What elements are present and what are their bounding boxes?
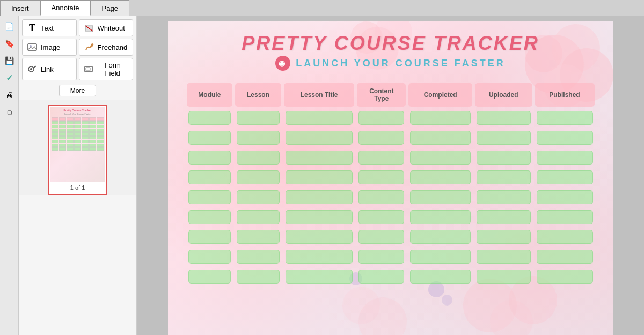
main-area: 📄 🔖 💾 ✓ 🖨 ▢ T Text Whiteout Image xyxy=(0,16,644,335)
table-cell xyxy=(187,109,233,126)
left-tools-panel: T Text Whiteout Image Freehand xyxy=(19,16,137,335)
cell-box xyxy=(237,210,280,224)
cell-box xyxy=(477,131,531,145)
cell-box xyxy=(537,210,593,224)
cell-box xyxy=(188,250,231,264)
cell-box xyxy=(410,250,471,264)
cell-box xyxy=(537,151,593,165)
col-uploaded: Uploaded xyxy=(475,83,532,107)
table-cell xyxy=(408,169,472,186)
cell-box xyxy=(188,170,231,184)
formfield-tool-button[interactable]: Form Field xyxy=(79,58,134,80)
cell-box xyxy=(537,111,593,125)
cell-box xyxy=(358,210,404,224)
freehand-icon xyxy=(84,42,94,53)
text-tool-button[interactable]: T Text xyxy=(22,19,77,36)
table-cell xyxy=(235,109,281,126)
subtitle-text: LAUNCH YOUR COURSE FASTER xyxy=(296,58,506,69)
more-label: More xyxy=(70,87,85,94)
cell-box xyxy=(237,111,280,125)
cell-box xyxy=(358,111,404,125)
cell-box xyxy=(286,270,353,284)
cell-box xyxy=(237,131,280,145)
cell-box xyxy=(286,170,353,184)
link-tool-button[interactable]: Link xyxy=(22,58,77,80)
toolbar-grid: T Text Whiteout Image Freehand xyxy=(19,16,136,84)
cell-box xyxy=(237,230,280,244)
cell-box xyxy=(477,230,531,244)
whiteout-tool-button[interactable]: Whiteout xyxy=(79,19,134,36)
image-tool-button[interactable]: Image xyxy=(22,39,77,56)
col-published: Published xyxy=(535,83,595,107)
cell-box xyxy=(477,270,531,284)
table-row xyxy=(187,209,595,226)
col-lesson: Lesson xyxy=(235,83,281,107)
cell-box xyxy=(477,210,531,224)
table-row xyxy=(187,149,595,166)
content-area: PRETTY COURSE TRACKER ◉ LAUNCH YOUR COUR… xyxy=(137,16,644,335)
freehand-tool-label: Freehand xyxy=(98,43,128,51)
cell-box xyxy=(410,131,471,145)
table-cell xyxy=(475,129,532,146)
table-cell xyxy=(284,268,354,285)
cell-box xyxy=(358,131,404,145)
table-cell xyxy=(408,129,472,146)
cell-box xyxy=(477,111,531,125)
cell-box xyxy=(477,170,531,184)
table-row xyxy=(187,268,595,285)
table-cell xyxy=(187,189,233,206)
table-cell xyxy=(475,189,532,206)
table-cell xyxy=(357,228,406,245)
whiteout-icon xyxy=(84,23,94,33)
cell-box xyxy=(410,270,471,284)
page-sidebar-btn[interactable]: 📄 xyxy=(2,19,17,34)
table-row xyxy=(187,189,595,206)
cell-box xyxy=(188,210,231,224)
table-cell xyxy=(357,209,406,226)
table-cell xyxy=(408,109,472,126)
tab-page[interactable]: Page xyxy=(91,0,129,16)
freehand-tool-button[interactable]: Freehand xyxy=(79,39,134,56)
cell-box xyxy=(188,270,231,284)
cell-box xyxy=(410,190,471,204)
rect-sidebar-btn[interactable]: ▢ xyxy=(2,105,17,120)
formfield-icon xyxy=(84,64,94,75)
table-cell xyxy=(235,149,281,166)
cell-box xyxy=(477,250,531,264)
table-cell xyxy=(475,248,532,265)
table-cell xyxy=(187,248,233,265)
cell-box xyxy=(358,230,404,244)
table-cell xyxy=(284,169,354,186)
bookmark-sidebar-btn[interactable]: 🔖 xyxy=(2,36,17,51)
check-sidebar-btn[interactable]: ✓ xyxy=(2,70,17,85)
table-cell xyxy=(235,129,281,146)
table-row xyxy=(187,109,595,126)
thumbnail-preview: Pretty Course Tracker Launch Your Course… xyxy=(50,107,105,182)
table-cell xyxy=(235,228,281,245)
table-cell xyxy=(357,169,406,186)
cell-box xyxy=(537,250,593,264)
cell-box xyxy=(286,151,353,165)
svg-rect-2 xyxy=(28,44,36,50)
col-module: Module xyxy=(187,83,233,107)
save-sidebar-btn[interactable]: 💾 xyxy=(2,53,17,68)
cell-box xyxy=(188,230,231,244)
print-sidebar-btn[interactable]: 🖨 xyxy=(2,87,17,102)
tab-annotate[interactable]: Annotate xyxy=(40,0,91,16)
table-cell xyxy=(535,209,595,226)
cell-box xyxy=(286,111,353,125)
tab-insert[interactable]: Insert xyxy=(0,0,40,16)
cell-box xyxy=(286,210,353,224)
cell-box xyxy=(286,230,353,244)
page-thumbnail[interactable]: Pretty Course Tracker Launch Your Course… xyxy=(48,105,107,195)
cell-box xyxy=(358,190,404,204)
thumb-grid xyxy=(50,116,105,152)
table-cell xyxy=(535,268,595,285)
cell-box xyxy=(537,170,593,184)
cell-box xyxy=(237,190,280,204)
table-cell xyxy=(408,268,472,285)
document-subtitle: ◉ LAUNCH YOUR COURSE FASTER xyxy=(184,56,597,71)
more-button[interactable]: More xyxy=(59,85,96,96)
svg-point-6 xyxy=(30,68,32,70)
cell-box xyxy=(410,170,471,184)
